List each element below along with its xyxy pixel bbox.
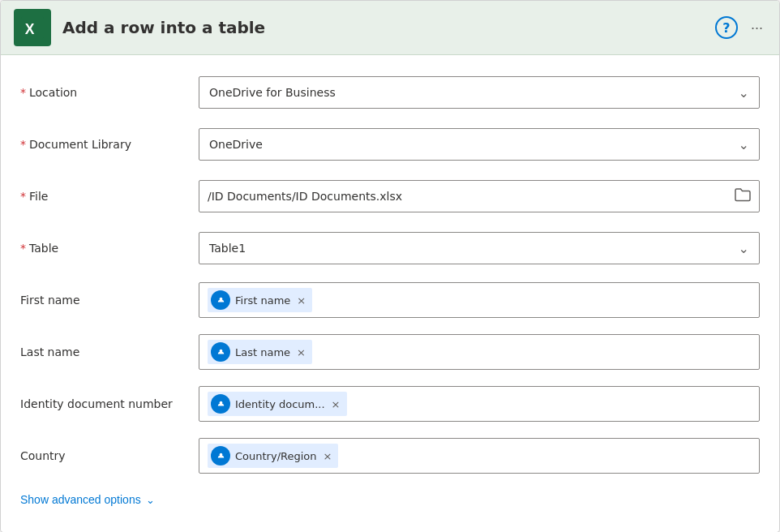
last-name-control: Last name × [199, 334, 760, 370]
header-left: X Add a row into a table [14, 9, 265, 46]
document-library-label: *Document Library [20, 138, 199, 151]
last-name-row: Last name Last name × [20, 331, 760, 373]
first-name-control: First name × [199, 282, 760, 318]
file-label: *File [20, 190, 199, 203]
first-name-label: First name [20, 294, 199, 307]
location-value: OneDrive for Business [209, 86, 336, 99]
country-label: Country [20, 449, 199, 462]
chevron-down-icon: ⌄ [739, 241, 749, 256]
identity-document-field[interactable]: Identity docum... × [199, 386, 760, 422]
last-name-tag-text: Last name [235, 346, 290, 358]
document-library-value: OneDrive [209, 138, 263, 151]
last-name-field[interactable]: Last name × [199, 334, 760, 370]
chevron-down-icon: ⌄ [739, 85, 749, 101]
identity-document-tag: Identity docum... × [208, 392, 347, 416]
svg-point-3 [219, 297, 222, 300]
excel-icon: X [14, 9, 51, 46]
document-library-control: OneDrive ⌄ [199, 128, 760, 161]
first-name-field[interactable]: First name × [199, 282, 760, 318]
required-star: * [20, 138, 26, 151]
svg-text:X: X [25, 21, 35, 37]
chevron-down-icon: ⌄ [146, 494, 155, 506]
country-control: Country/Region × [199, 438, 760, 474]
identity-document-control: Identity docum... × [199, 386, 760, 422]
table-label: *Table [20, 242, 199, 255]
file-control: /ID Documents/ID Documents.xlsx [199, 180, 760, 212]
token-icon [211, 446, 230, 466]
last-name-tag: Last name × [208, 340, 312, 364]
file-field[interactable]: /ID Documents/ID Documents.xlsx [199, 180, 760, 212]
page-title: Add a row into a table [62, 18, 265, 37]
identity-document-remove-button[interactable]: × [332, 398, 341, 410]
document-library-dropdown[interactable]: OneDrive ⌄ [199, 128, 760, 161]
svg-point-7 [219, 401, 222, 404]
country-field[interactable]: Country/Region × [199, 438, 760, 474]
table-value: Table1 [209, 242, 246, 255]
identity-document-row: Identity document number Identity docum.… [20, 383, 760, 425]
header-actions: ? ··· [715, 16, 766, 40]
svg-point-5 [219, 349, 222, 352]
location-control: OneDrive for Business ⌄ [199, 76, 760, 109]
location-dropdown[interactable]: OneDrive for Business ⌄ [199, 76, 760, 109]
show-advanced-button[interactable]: Show advanced options ⌄ [20, 490, 155, 509]
first-name-tag: First name × [208, 288, 312, 312]
location-label: *Location [20, 86, 199, 99]
country-tag: Country/Region × [208, 444, 338, 468]
first-name-remove-button[interactable]: × [297, 294, 306, 307]
chevron-down-icon: ⌄ [739, 137, 749, 152]
last-name-remove-button[interactable]: × [297, 346, 306, 358]
header: X Add a row into a table ? ··· [1, 1, 779, 55]
document-library-row: *Document Library OneDrive ⌄ [20, 123, 760, 165]
token-icon [211, 290, 230, 310]
required-star: * [20, 190, 26, 203]
table-dropdown[interactable]: Table1 ⌄ [199, 232, 760, 264]
file-value: /ID Documents/ID Documents.xlsx [208, 190, 402, 203]
table-control: Table1 ⌄ [199, 232, 760, 264]
first-name-row: First name First name × [20, 279, 760, 321]
required-star: * [20, 242, 26, 255]
country-tag-text: Country/Region [235, 450, 317, 462]
country-row: Country Country/Region × [20, 435, 760, 477]
main-card: X Add a row into a table ? ··· *Location… [0, 0, 780, 532]
token-icon [211, 342, 230, 362]
identity-document-label: Identity document number [20, 397, 199, 410]
last-name-label: Last name [20, 345, 199, 358]
location-row: *Location OneDrive for Business ⌄ [20, 71, 760, 114]
identity-document-tag-text: Identity docum... [235, 398, 325, 410]
form-content: *Location OneDrive for Business ⌄ *Docum… [1, 55, 779, 532]
token-icon [211, 394, 230, 414]
svg-point-9 [219, 453, 222, 456]
required-star: * [20, 86, 26, 99]
more-options-button[interactable]: ··· [748, 16, 766, 40]
folder-icon [735, 187, 751, 205]
file-row: *File /ID Documents/ID Documents.xlsx [20, 175, 760, 217]
help-button[interactable]: ? [715, 16, 738, 39]
first-name-tag-text: First name [235, 294, 290, 307]
table-row: *Table Table1 ⌄ [20, 227, 760, 269]
country-remove-button[interactable]: × [324, 450, 332, 462]
show-advanced-label: Show advanced options [20, 493, 141, 506]
